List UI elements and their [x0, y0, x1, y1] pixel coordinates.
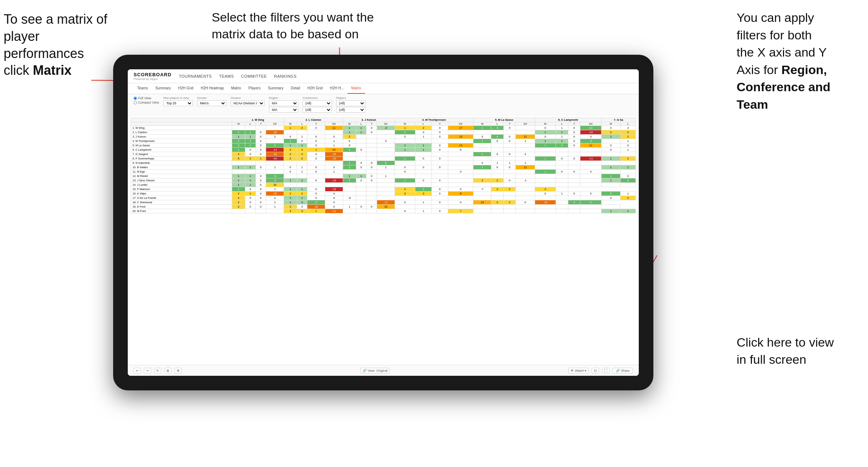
layout-btn[interactable]: ⊡: [592, 368, 599, 374]
players-select-2[interactable]: (All): [336, 107, 365, 113]
matrix-cell: 6: [266, 143, 284, 148]
matrix-cell: 0: [307, 196, 325, 200]
full-view-radio[interactable]: [134, 97, 137, 100]
region-select-2[interactable]: N/A: [269, 107, 298, 113]
sh-l5: L: [491, 122, 503, 126]
matrix-cell: 1: [284, 196, 297, 200]
nav-tournaments[interactable]: TOURNAMENTS: [179, 74, 212, 78]
matrix-cell: 0: [245, 152, 256, 157]
annotation-right-l4b: Region,: [781, 63, 827, 77]
matrix-cell: -1: [516, 178, 535, 183]
sh-t2: T: [307, 122, 325, 126]
subnav-h2h-grid2[interactable]: H2H Grid: [304, 85, 326, 94]
matrix-cell: [580, 165, 602, 170]
matrix-cell: [448, 130, 473, 135]
matrix-cell: [491, 205, 503, 209]
matrix-cell: [448, 161, 473, 165]
compact-view-label[interactable]: Compact View: [134, 101, 159, 104]
matrix-cell: [448, 157, 473, 161]
matrix-cell: [448, 205, 473, 209]
matrix-cell: [580, 205, 602, 209]
matrix-cell: [343, 157, 356, 161]
annotation-br-l2: in full screen: [737, 352, 806, 366]
matrix-cell: 1: [621, 139, 636, 143]
matrix-cell: [284, 183, 297, 187]
matrix-cell: -15: [325, 152, 343, 157]
matrix-cell: 0: [307, 200, 325, 205]
settings-btn[interactable]: ⚙: [174, 368, 182, 374]
share-btn[interactable]: 🔗 Share: [612, 368, 633, 374]
redo-btn[interactable]: ↪: [144, 368, 151, 374]
matrix-cell: 1: [621, 165, 636, 170]
matrix-col-header-3: 3. J Koivun: [343, 118, 395, 122]
matrix-cell: [503, 130, 516, 135]
max-players-select[interactable]: Top 25: [164, 100, 193, 106]
subnav-h2h-h[interactable]: H2H H...: [326, 85, 347, 94]
matrix-cell: [343, 170, 356, 174]
matrix-cell: [601, 139, 620, 143]
subnav-summary[interactable]: Summary: [151, 85, 174, 94]
undo-btn[interactable]: ↩: [134, 368, 141, 374]
matrix-cell: [343, 209, 356, 213]
nav-teams[interactable]: TEAMS: [219, 74, 234, 78]
matrix-cell: 1: [473, 152, 491, 157]
region-select-1[interactable]: N/A: [269, 100, 298, 106]
matrix-cell: 0: [307, 139, 325, 143]
matrix-cell: [473, 205, 491, 209]
matrix-cell: [556, 148, 568, 152]
subnav-h2h-grid[interactable]: H2H Grid: [174, 85, 197, 94]
conference-select-1[interactable]: (All): [303, 100, 332, 106]
subnav-h2h-heatmap[interactable]: H2H Heatmap: [197, 85, 227, 94]
matrix-cell: 2: [621, 135, 636, 139]
matrix-cell: 2: [232, 205, 245, 209]
matrix-cell: 3: [556, 143, 568, 148]
nav-rankings[interactable]: RANKINGS: [274, 74, 296, 78]
subnav-players[interactable]: Players: [245, 85, 264, 94]
matrix-cell: 1: [297, 143, 307, 148]
matrix-cell: [556, 187, 568, 192]
players-select-1[interactable]: (All): [336, 100, 365, 106]
matrix-cell: [395, 183, 415, 187]
matrix-cell: 0: [516, 200, 535, 205]
annotation-center-text: Select the filters you want the matrix d…: [212, 10, 374, 41]
matrix-cell: -19: [325, 187, 343, 192]
gender-select[interactable]: Men's: [197, 100, 226, 106]
subnav-teams[interactable]: Teams: [134, 85, 151, 94]
matrix-cell: -11: [377, 200, 395, 205]
matrix-cell: [325, 130, 343, 135]
matrix-cell: [284, 174, 297, 178]
matrix-cell: 0: [415, 157, 432, 161]
matrix-cell: 0: [325, 135, 343, 139]
subnav-detail[interactable]: Detail: [287, 85, 304, 94]
view-original-btn[interactable]: 🔗 View: Original: [360, 368, 390, 374]
division-select[interactable]: NCAA Division I: [231, 100, 265, 106]
watch-btn[interactable]: 👁 Watch ▾: [568, 368, 589, 374]
matrix-cell: [245, 170, 256, 174]
full-view-label[interactable]: Full View: [134, 96, 159, 100]
matrix-cell: 0: [535, 135, 556, 139]
matrix-cell: [325, 161, 343, 165]
subnav-matrix-active[interactable]: Matrix: [347, 85, 365, 94]
matrix-cell: 0: [256, 139, 266, 143]
refresh-btn[interactable]: ↻: [154, 368, 161, 374]
matrix-cell: 0: [256, 152, 266, 157]
matrix-cell: [503, 170, 516, 174]
matrix-cell: [556, 196, 568, 200]
matrix-cell: 0: [556, 170, 568, 174]
annotation-bottom-right: Click here to view in full screen: [737, 334, 857, 368]
matrix-cell: [256, 209, 266, 213]
subnav-matrix[interactable]: Matrix: [227, 85, 245, 94]
matrix-cell: 1: [415, 187, 432, 192]
matrix-cell: 3: [580, 135, 602, 139]
fullscreen-btn[interactable]: ⛶: [602, 368, 610, 374]
subnav-summary2[interactable]: Summary: [264, 85, 287, 94]
conference-label: Conference: [303, 96, 332, 100]
matrix-cell: [325, 174, 343, 178]
conference-select-2[interactable]: (All): [303, 107, 332, 113]
matrix-cell: 1: [377, 174, 395, 178]
compact-view-radio[interactable]: [134, 101, 137, 104]
zoom-btn[interactable]: ⊞: [164, 368, 172, 374]
matrix-cell: -8: [343, 196, 356, 200]
nav-committee[interactable]: COMMITTEE: [241, 74, 267, 78]
matrix-cell: 0: [366, 174, 377, 178]
